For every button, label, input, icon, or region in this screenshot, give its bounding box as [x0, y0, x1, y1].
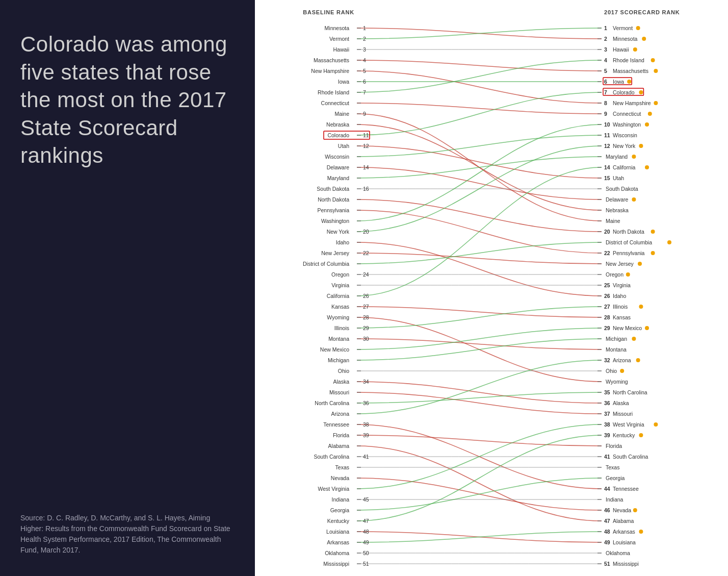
svg-point-210: [667, 240, 671, 244]
svg-text:Missouri: Missouri: [613, 411, 633, 417]
svg-text:Hawaii: Hawaii: [613, 46, 629, 53]
svg-text:Alaska: Alaska: [333, 379, 349, 385]
svg-text:Tennessee: Tennessee: [323, 421, 349, 428]
svg-text:11: 11: [604, 132, 610, 138]
svg-text:Massachusetts: Massachusetts: [613, 68, 648, 74]
svg-point-151: [651, 58, 655, 62]
svg-text:Illinois: Illinois: [613, 304, 628, 310]
svg-text:47: 47: [604, 518, 610, 524]
svg-text:51: 51: [604, 561, 610, 567]
svg-text:39: 39: [604, 432, 610, 438]
svg-text:Montana: Montana: [606, 346, 627, 353]
svg-text:Wisconsin: Wisconsin: [325, 154, 349, 160]
svg-text:Idaho: Idaho: [613, 293, 626, 299]
svg-text:Vermont: Vermont: [329, 36, 349, 42]
svg-text:North Dakota: North Dakota: [318, 196, 349, 203]
svg-text:BASELINE RANK: BASELINE RANK: [303, 9, 354, 15]
svg-text:Florida: Florida: [333, 432, 349, 438]
svg-text:29: 29: [604, 325, 610, 331]
svg-text:New Hampshire: New Hampshire: [613, 100, 651, 106]
svg-text:Pennsylvania: Pennsylvania: [613, 250, 645, 256]
svg-text:South Dakota: South Dakota: [317, 186, 349, 192]
svg-text:Louisiana: Louisiana: [613, 539, 636, 545]
svg-text:Ohio: Ohio: [606, 368, 617, 374]
svg-text:Nevada: Nevada: [613, 507, 631, 513]
bump-chart: BASELINE RANK2017 SCORECARD RANKMinnesot…: [255, 0, 728, 576]
svg-text:45: 45: [363, 496, 369, 503]
svg-text:Wisconsin: Wisconsin: [613, 132, 637, 138]
svg-text:51: 51: [363, 561, 369, 567]
svg-text:Oklahoma: Oklahoma: [606, 550, 630, 556]
svg-text:Georgia: Georgia: [330, 507, 350, 513]
svg-text:Colorado: Colorado: [327, 132, 349, 138]
svg-point-169: [654, 101, 658, 105]
svg-text:24: 24: [363, 271, 369, 278]
svg-point-293: [639, 530, 643, 534]
svg-point-187: [632, 155, 636, 159]
svg-point-139: [636, 26, 640, 30]
svg-text:North Carolina: North Carolina: [613, 389, 647, 395]
svg-point-147: [633, 47, 637, 52]
svg-text:38: 38: [363, 421, 369, 428]
svg-text:District of Columbia: District of Columbia: [606, 239, 652, 245]
svg-text:Washington: Washington: [613, 121, 641, 128]
svg-text:Illinois: Illinois: [334, 325, 349, 331]
chart-area: BASELINE RANK2017 SCORECARD RANKMinnesot…: [255, 0, 728, 576]
left-panel: Colorado was among five states that rose…: [0, 0, 255, 576]
svg-text:California: California: [613, 164, 636, 170]
svg-text:9: 9: [363, 111, 366, 117]
svg-point-191: [645, 165, 649, 169]
svg-text:South Carolina: South Carolina: [314, 454, 350, 460]
title-section: Colorado was among five states that rose…: [20, 31, 235, 170]
svg-text:Colorado: Colorado: [613, 89, 635, 95]
svg-text:Kansas: Kansas: [331, 304, 349, 310]
svg-text:Indiana: Indiana: [332, 496, 350, 503]
svg-point-207: [651, 230, 655, 234]
svg-text:15: 15: [604, 175, 610, 181]
svg-text:16: 16: [363, 186, 369, 192]
svg-text:Mississippi: Mississippi: [323, 561, 349, 567]
svg-text:Florida: Florida: [606, 443, 622, 449]
svg-text:Nebraska: Nebraska: [606, 207, 629, 213]
svg-text:Nebraska: Nebraska: [326, 121, 349, 128]
svg-text:Utah: Utah: [338, 143, 349, 149]
svg-text:26: 26: [604, 293, 610, 299]
svg-text:11: 11: [363, 132, 369, 138]
svg-text:Texas: Texas: [606, 464, 619, 470]
svg-text:Delaware: Delaware: [327, 164, 350, 170]
svg-text:2017 SCORECARD RANK: 2017 SCORECARD RANK: [604, 9, 680, 15]
svg-point-173: [648, 112, 652, 116]
svg-text:Hawaii: Hawaii: [333, 46, 349, 53]
svg-text:North Dakota: North Dakota: [613, 229, 644, 235]
svg-text:Alabama: Alabama: [613, 518, 634, 524]
svg-text:Oklahoma: Oklahoma: [325, 550, 349, 556]
svg-point-199: [632, 197, 636, 202]
svg-text:Utah: Utah: [613, 175, 624, 181]
svg-text:44: 44: [604, 486, 610, 492]
svg-text:Alaska: Alaska: [613, 400, 629, 406]
svg-point-230: [639, 305, 643, 309]
svg-text:Idaho: Idaho: [336, 239, 349, 245]
svg-point-164: [639, 90, 643, 94]
svg-text:Kentucky: Kentucky: [327, 518, 350, 524]
svg-text:Michigan: Michigan: [606, 336, 627, 342]
svg-text:28: 28: [363, 314, 369, 320]
svg-text:Massachusetts: Massachusetts: [314, 57, 349, 63]
svg-text:27: 27: [604, 304, 610, 310]
svg-text:22: 22: [363, 250, 369, 256]
svg-text:New Mexico: New Mexico: [613, 325, 642, 331]
svg-text:West Virginia: West Virginia: [613, 421, 644, 428]
svg-text:Minnesota: Minnesota: [613, 36, 638, 42]
svg-text:41: 41: [363, 454, 369, 460]
svg-text:10: 10: [604, 121, 610, 128]
svg-text:Iowa: Iowa: [613, 79, 624, 85]
svg-text:Pennsylvania: Pennsylvania: [318, 207, 350, 213]
svg-text:California: California: [327, 293, 350, 299]
svg-text:37: 37: [604, 411, 610, 417]
svg-text:Alabama: Alabama: [328, 443, 350, 449]
svg-text:Arizona: Arizona: [331, 411, 349, 417]
main-title: Colorado was among five states that rose…: [20, 31, 235, 170]
svg-text:28: 28: [604, 314, 610, 320]
svg-text:36: 36: [604, 400, 610, 406]
svg-text:5: 5: [363, 68, 366, 74]
